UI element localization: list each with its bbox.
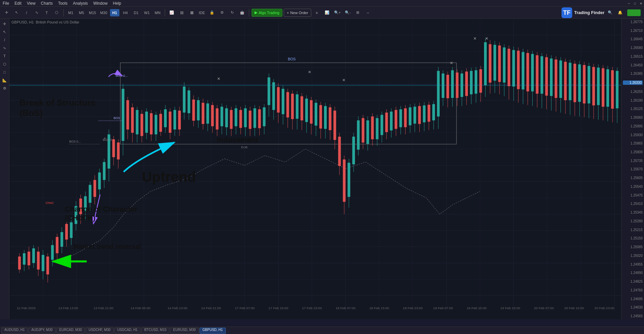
svg-rect-273 xyxy=(526,53,529,92)
tf-h1[interactable]: H1 xyxy=(110,9,119,16)
text-tool[interactable]: T xyxy=(42,8,51,17)
tf-h4[interactable]: H4 xyxy=(121,9,130,16)
minimize-button[interactable]: ─ xyxy=(626,0,632,6)
menu-item-tools[interactable]: Tools xyxy=(58,1,67,6)
svg-rect-247 xyxy=(465,71,468,96)
svg-rect-275 xyxy=(531,54,534,92)
svg-rect-182 xyxy=(319,105,322,128)
new-order-button[interactable]: + New Order xyxy=(284,9,311,17)
left-tool-2[interactable]: ↖ xyxy=(1,28,8,36)
left-tool-7[interactable]: □ xyxy=(1,68,8,76)
svg-rect-257 xyxy=(489,44,491,83)
svg-rect-166 xyxy=(282,89,284,114)
lock-btn[interactable]: 🔒 xyxy=(208,8,216,17)
arrow-tool[interactable]: ↖ xyxy=(12,8,21,17)
tab-usdcad-h1[interactable]: USDCAD, H1 xyxy=(114,328,141,334)
svg-rect-70 xyxy=(74,206,77,224)
svg-rect-305 xyxy=(602,68,604,107)
tf-w1[interactable]: W1 xyxy=(142,9,152,16)
window-controls: ─ □ ✕ xyxy=(626,0,644,7)
left-tool-4[interactable]: ∿ xyxy=(1,44,8,52)
tf-m5[interactable]: M5 xyxy=(77,9,86,16)
svg-rect-188 xyxy=(333,111,336,140)
svg-rect-95 xyxy=(122,89,124,141)
left-tool-9[interactable]: ⚙ xyxy=(1,85,8,92)
tab-usdchf-m30[interactable]: USDCHF, M30 xyxy=(86,328,114,334)
scroll-btn[interactable]: ↔ xyxy=(364,8,372,17)
svg-text:✕: ✕ xyxy=(308,70,311,74)
grid-btn[interactable]: ⊞ xyxy=(354,8,362,17)
divider-3 xyxy=(249,9,249,16)
menu-item-file[interactable]: File xyxy=(3,1,9,6)
settings-btn[interactable]: ⚙ xyxy=(218,8,226,17)
tab-audusd-h1[interactable]: AUDUSD, H1 xyxy=(1,328,28,334)
svg-rect-261 xyxy=(498,46,501,82)
svg-text:13 Feb 13:00: 13 Feb 13:00 xyxy=(58,306,78,310)
algo-trading-button[interactable]: ▶ Algo Trading xyxy=(252,9,282,17)
menu-item-analysis[interactable]: Analysis xyxy=(73,1,88,6)
refresh-btn[interactable]: ↻ xyxy=(228,8,236,17)
chart-bar-btn[interactable]: ▦ xyxy=(187,8,196,17)
price-1.24955: 1.24955 xyxy=(623,263,643,266)
close-button[interactable]: ✕ xyxy=(638,0,644,6)
svg-rect-103 xyxy=(141,114,143,136)
left-tool-1[interactable]: ✛ xyxy=(1,20,8,27)
crosshair-tool[interactable]: ✛ xyxy=(2,8,11,17)
chart-type-btn[interactable]: 📈 xyxy=(167,8,176,17)
tf-d1[interactable]: D1 xyxy=(131,9,141,16)
svg-rect-112 xyxy=(159,114,162,132)
svg-text:✕: ✕ xyxy=(217,76,220,81)
zoom-out-btn[interactable]: 🔍- xyxy=(343,8,352,17)
tab-eurcad-m30[interactable]: EURCAD, M30 xyxy=(56,328,85,334)
levels-btn[interactable]: ≡ xyxy=(313,8,321,17)
wave-tool[interactable]: ∿ xyxy=(32,8,41,17)
menu-item-help[interactable]: Help xyxy=(113,1,121,6)
svg-rect-255 xyxy=(484,42,487,85)
menu-item-window[interactable]: Window xyxy=(93,1,108,6)
tf-m30[interactable]: M30 xyxy=(99,9,108,16)
tab-audjpy-m30[interactable]: AUDJPY, M30 xyxy=(29,328,56,334)
status-indicator xyxy=(627,9,641,16)
candlestick-btn[interactable]: 📊 xyxy=(323,8,331,17)
chart-container[interactable]: GBPUSD, H1 British Pound vs US Dollar xyxy=(9,19,644,319)
tab-eurusd-m30[interactable]: EURUSD, M30 xyxy=(170,328,199,334)
menu-item-charts[interactable]: Charts xyxy=(41,1,53,6)
shapes-tool[interactable]: ⬡ xyxy=(52,8,61,17)
chart-area-btn[interactable]: ▤ xyxy=(177,8,186,17)
robot-btn[interactable]: 🤖 xyxy=(238,8,247,17)
left-tool-6[interactable]: ⬡ xyxy=(1,60,8,68)
svg-rect-198 xyxy=(357,120,360,150)
left-tool-3[interactable]: / xyxy=(1,36,8,44)
price-1.26060: 1.26060 xyxy=(623,116,643,119)
svg-rect-208 xyxy=(380,115,383,135)
svg-rect-140 xyxy=(225,108,228,127)
left-tool-5[interactable]: T xyxy=(1,52,8,60)
svg-rect-222 xyxy=(414,107,416,123)
svg-rect-224 xyxy=(418,106,421,124)
left-tool-8[interactable]: 📐 xyxy=(1,76,8,84)
svg-text:D.M.: D.M. xyxy=(241,146,248,149)
price-1.25150: 1.25150 xyxy=(623,236,643,240)
maximize-button[interactable]: □ xyxy=(632,0,638,6)
price-1.25085: 1.25085 xyxy=(623,245,643,249)
price-1.24565: 1.24565 xyxy=(623,314,643,318)
tf-mn[interactable]: MN xyxy=(153,9,162,16)
svg-text:19 Feb 07:00: 19 Feb 07:00 xyxy=(433,306,453,310)
svg-text:BOS: BOS xyxy=(114,116,120,120)
zoom-in-btn[interactable]: 🔍+ xyxy=(333,8,342,17)
svg-rect-297 xyxy=(583,65,586,104)
svg-rect-150 xyxy=(244,108,247,127)
svg-rect-200 xyxy=(362,118,364,143)
tf-m1[interactable]: M1 xyxy=(66,9,75,16)
menu-item-edit[interactable]: Edit xyxy=(14,1,21,6)
ide-btn[interactable]: IDE xyxy=(198,8,206,17)
search-button[interactable]: 🔍 xyxy=(606,8,614,17)
tab-btcusd-m15[interactable]: BTCUSD, M15 xyxy=(141,328,169,334)
menu-item-view[interactable]: View xyxy=(27,1,36,6)
tf-m15[interactable]: M15 xyxy=(88,9,97,16)
svg-rect-301 xyxy=(592,67,595,106)
line-tool[interactable]: / xyxy=(22,8,31,17)
tab-gbpusd-h1[interactable]: GBPUSD, H1 xyxy=(200,328,226,334)
svg-rect-206 xyxy=(376,118,378,139)
notification-btn[interactable]: 🔔 xyxy=(616,8,625,17)
